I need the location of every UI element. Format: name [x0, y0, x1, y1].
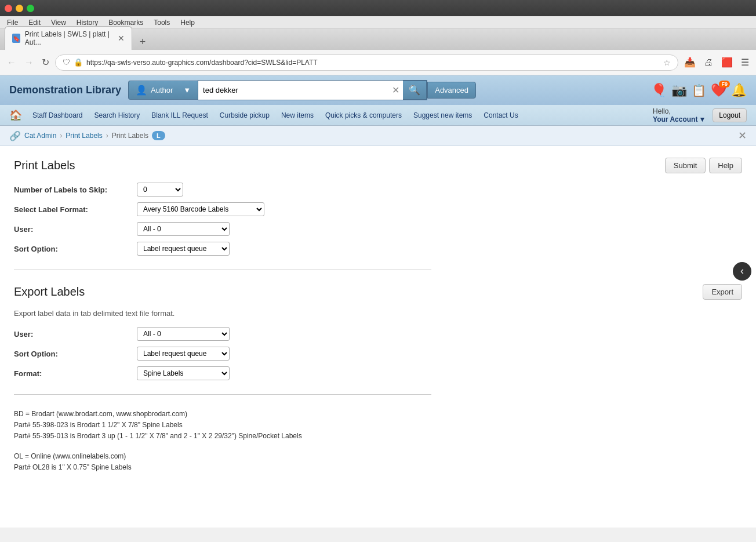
search-go-button[interactable]: 🔍 — [403, 81, 427, 100]
search-type-button[interactable]: 👤 Author ▼ — [128, 81, 198, 100]
export-labels-actions: Export — [703, 284, 742, 300]
export-labels-title: Export Labels — [14, 285, 85, 299]
nav-contact-us[interactable]: Contact Us — [478, 107, 524, 124]
print-sort-select[interactable]: Label request queue — [137, 242, 230, 256]
search-clear-button[interactable]: ✕ — [388, 81, 403, 100]
hello-text: Hello, — [653, 107, 706, 115]
info-line-4: OL = Online (www.onlinelabels.com) — [14, 451, 742, 462]
extension-icon[interactable]: 🟥 — [719, 54, 735, 70]
breadcrumb-icon: 🔗 — [9, 130, 21, 141]
camera-icon[interactable]: 📷 — [671, 83, 687, 98]
print-labels-actions: Submit Help — [665, 158, 742, 173]
search-type-chevron-icon: ▼ — [183, 86, 191, 94]
tab-title: Print Labels | SWLS | platt | Aut... — [25, 30, 113, 46]
url-text: https://qa-swls-verso.auto-graphics.com/… — [86, 59, 660, 67]
hello-wrapper: Hello, Your Account ▼ — [653, 107, 706, 123]
export-sort-select[interactable]: Label request queue — [137, 347, 230, 361]
account-chevron-icon: ▼ — [699, 115, 706, 123]
export-format-select[interactable]: Spine Labels — [137, 366, 230, 380]
breadcrumb-bar: 🔗 Cat Admin › Print Labels › Print Label… — [0, 126, 756, 146]
close-button[interactable] — [5, 5, 12, 12]
print-icon[interactable]: 🖨 — [702, 55, 715, 70]
export-sort-label: Sort Option: — [14, 347, 130, 361]
browser-titlebar — [0, 0, 756, 16]
label-format-select[interactable]: Avery 5160 Barcode Labels — [137, 202, 264, 216]
print-labels-header: Print Labels Submit Help — [14, 158, 742, 173]
app-container: Demonstration Library 👤 Author ▼ ✕ 🔍 Adv… — [0, 75, 756, 528]
browser-toolbar-right: 📥 🖨 🟥 ☰ — [682, 54, 751, 70]
nav-suggest-new[interactable]: Suggest new items — [408, 107, 478, 124]
breadcrumb-badge: L — [152, 131, 165, 140]
minimize-button[interactable] — [16, 5, 23, 12]
app-header: Demonstration Library 👤 Author ▼ ✕ 🔍 Adv… — [0, 75, 756, 105]
export-labels-header: Export Labels Export — [14, 284, 742, 300]
bookmark-star-icon[interactable]: ☆ — [663, 58, 671, 67]
nav-staff-dashboard[interactable]: Staff Dashboard — [27, 107, 89, 124]
breadcrumb-print-labels-2: Print Labels — [112, 132, 148, 140]
print-user-wrapper: All - 0 — [137, 222, 362, 236]
submit-button[interactable]: Submit — [665, 158, 706, 173]
back-button[interactable]: ← — [5, 55, 19, 70]
help-button[interactable]: Help — [709, 158, 742, 173]
header-icons: 🎈 📷 📋 ❤️ F9 🔔 — [651, 83, 747, 98]
info-line-5: Part# OL28 is 1" X 0.75" Spine Labels — [14, 462, 742, 473]
refresh-button[interactable]: ↻ — [39, 54, 52, 70]
logout-button[interactable]: Logout — [713, 108, 747, 122]
breadcrumb-cat-admin[interactable]: Cat Admin — [24, 132, 56, 140]
nav-curbside[interactable]: Curbside pickup — [214, 107, 275, 124]
labels-to-skip-wrapper: 0 — [137, 183, 362, 197]
search-input-wrapper: ✕ 🔍 — [198, 80, 427, 100]
lightbulb-icon[interactable]: 🎈 — [651, 83, 667, 98]
tab-favicon: 🔖 — [12, 34, 20, 43]
favorites-badge: ❤️ F9 — [711, 83, 726, 98]
tab-close-button[interactable]: ✕ — [118, 34, 125, 43]
export-description: Export label data in tab delimited text … — [14, 309, 742, 318]
address-bar[interactable]: 🛡 🔒 https://qa-swls-verso.auto-graphics.… — [55, 54, 678, 71]
labels-to-skip-select[interactable]: 0 — [137, 183, 183, 197]
search-type-label: Author — [151, 86, 173, 94]
export-user-label: User: — [14, 327, 130, 341]
info-line-1: BD = Brodart (www.brodart.com, www.shopb… — [14, 409, 742, 420]
maximize-button[interactable] — [27, 5, 34, 12]
nav-home-icon[interactable]: 🏠 — [9, 109, 22, 122]
account-label: Your Account — [653, 115, 697, 123]
app-logo: Demonstration Library — [9, 84, 121, 96]
window-controls — [5, 5, 34, 12]
labels-to-skip-label: Number of Labels to Skip: — [14, 183, 130, 197]
nav-new-items[interactable]: New items — [275, 107, 319, 124]
export-button[interactable]: Export — [703, 284, 742, 300]
pocket-icon[interactable]: 📥 — [682, 54, 698, 70]
export-labels-form: User: All - 0 Sort Option: Label request… — [14, 327, 362, 380]
advanced-search-button[interactable]: Advanced — [427, 82, 476, 99]
export-format-wrapper: Spine Labels — [137, 366, 362, 380]
export-format-label: Format: — [14, 366, 130, 380]
print-user-label: User: — [14, 222, 130, 236]
main-content: Print Labels Submit Help Number of Label… — [0, 146, 756, 485]
browser-tab-active[interactable]: 🔖 Print Labels | SWLS | platt | Aut... ✕ — [5, 26, 132, 50]
section-divider-1 — [14, 270, 431, 270]
breadcrumb-print-labels-1[interactable]: Print Labels — [66, 132, 102, 140]
bell-icon[interactable]: 🔔 — [731, 83, 747, 98]
new-tab-button[interactable]: + — [135, 34, 151, 50]
print-labels-title: Print Labels — [14, 159, 75, 172]
nav-blank-ill[interactable]: Blank ILL Request — [146, 107, 214, 124]
list-icon[interactable]: 📋 — [692, 83, 706, 97]
label-format-label: Select Label Format: — [14, 202, 130, 216]
account-button[interactable]: Your Account ▼ — [653, 115, 706, 123]
forward-button[interactable]: → — [22, 55, 36, 70]
section-divider-2 — [14, 394, 431, 395]
menu-help[interactable]: Help — [176, 17, 199, 28]
search-input[interactable] — [198, 81, 388, 100]
browser-tabbar: 🔖 Print Labels | SWLS | platt | Aut... ✕… — [0, 29, 756, 50]
nav-search-history[interactable]: Search History — [89, 107, 146, 124]
breadcrumb-close-button[interactable]: ✕ — [738, 129, 747, 142]
nav-quick-picks[interactable]: Quick picks & computers — [319, 107, 408, 124]
print-sort-label: Sort Option: — [14, 242, 130, 256]
scroll-back-button[interactable]: ‹ — [733, 262, 751, 281]
print-user-select[interactable]: All - 0 — [137, 222, 230, 236]
export-user-select[interactable]: All - 0 — [137, 327, 230, 341]
menu-icon[interactable]: ☰ — [739, 54, 751, 70]
export-user-wrapper: All - 0 — [137, 327, 362, 341]
print-labels-form: Number of Labels to Skip: 0 Select Label… — [14, 183, 362, 256]
menu-tools[interactable]: Tools — [149, 17, 175, 28]
